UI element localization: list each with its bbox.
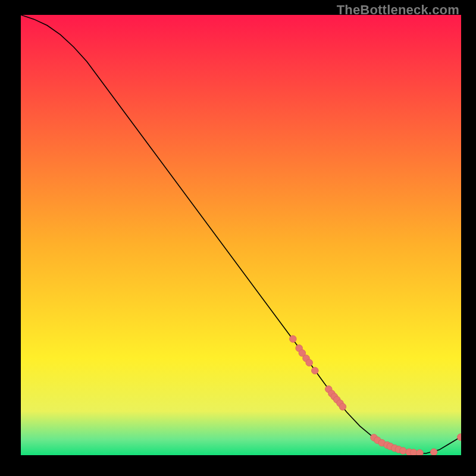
data-point: [312, 367, 319, 374]
data-point: [430, 449, 437, 455]
chart-background-gradient: [21, 15, 461, 455]
watermark-text: TheBottleneck.com: [337, 2, 459, 18]
data-point: [416, 450, 424, 455]
data-point: [400, 447, 407, 455]
data-point: [306, 359, 313, 367]
data-point: [339, 403, 346, 411]
data-point: [290, 336, 297, 343]
chart-svg: [21, 15, 461, 455]
data-point: [410, 449, 417, 455]
chart-plot-area: [21, 15, 461, 455]
